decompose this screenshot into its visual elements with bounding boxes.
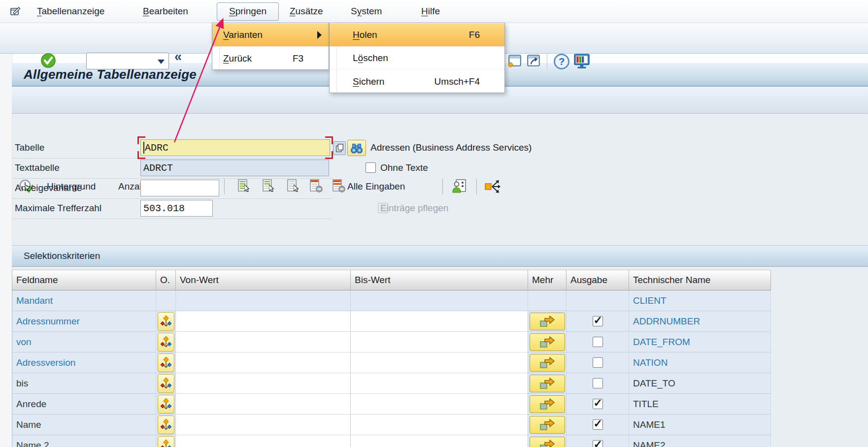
col-header-bis-wert: Bis-Wert: [351, 270, 528, 290]
select-block-button[interactable]: [262, 179, 276, 194]
output-checkbox[interactable]: [593, 316, 603, 326]
selection-group-title: Selektionskriterien: [24, 245, 100, 267]
anzeigevariante-label: Anzeigevariante: [15, 180, 82, 196]
table-header-row: Feldname O. Von-Wert Bis-Wert Mehr Ausga…: [12, 270, 771, 290]
help-icon[interactable]: [554, 54, 569, 69]
field-label: bis: [16, 378, 28, 388]
ohne-texte-checkbox[interactable]: [366, 162, 376, 173]
bis-wert-input[interactable]: [351, 311, 528, 332]
max-trefferzahl-label: Maximale Trefferzahl: [15, 200, 101, 217]
von-wert-input[interactable]: [176, 394, 351, 415]
toolbar-separator: [476, 179, 477, 194]
anzeigevariante-field[interactable]: [140, 180, 219, 196]
field-label: Mandant: [16, 295, 53, 306]
table-row: Name 2 NAME2: [12, 435, 771, 447]
multiple-selection-button[interactable]: [530, 437, 565, 447]
collapse-toolbar-icon[interactable]: «: [174, 49, 182, 64]
output-checkbox[interactable]: [593, 419, 603, 430]
von-wert-input[interactable]: [176, 415, 351, 435]
menu-item-holen[interactable]: Holen F6: [330, 24, 504, 47]
springen-menu: Varianten Zurück F3: [212, 23, 329, 70]
output-checkbox[interactable]: [593, 357, 603, 368]
window-left-edge: [0, 54, 12, 447]
output-checkbox[interactable]: [593, 337, 603, 347]
menu-item-zurueck[interactable]: Zurück F3: [212, 47, 329, 70]
copy-field-button[interactable]: [333, 141, 346, 155]
col-header-ausgabe: Ausgabe: [567, 270, 629, 290]
selection-option-button[interactable]: [158, 395, 174, 414]
submenu-arrow-icon: [317, 31, 322, 39]
max-trefferzahl-field[interactable]: 503.018: [140, 200, 213, 217]
multiple-selection-button[interactable]: [530, 354, 565, 372]
text-cursor: [143, 142, 144, 154]
bis-wert-input[interactable]: [351, 415, 528, 435]
selection-option-button[interactable]: [158, 333, 174, 351]
alle-eingaben-button[interactable]: Alle Eingaben: [347, 173, 405, 200]
selection-option-button[interactable]: [158, 415, 174, 434]
col-header-von-wert: Von-Wert: [176, 270, 351, 290]
bis-wert-input[interactable]: [351, 373, 528, 394]
select-all-button[interactable]: [237, 179, 251, 194]
bis-wert-input[interactable]: [351, 394, 528, 415]
table-row: bis DATE_TO: [12, 373, 771, 394]
col-header-mehr: Mehr: [528, 270, 567, 290]
texttabelle-label: Texttabelle: [15, 160, 60, 176]
table-row: Name NAME1: [12, 415, 771, 435]
screen-menu-icon[interactable]: [10, 6, 21, 19]
von-wert-input[interactable]: [176, 435, 351, 447]
von-wert-input[interactable]: [176, 373, 351, 394]
menu-shortcut: F3: [293, 53, 303, 64]
selection-option-button[interactable]: [158, 353, 174, 372]
technical-name: NATION: [633, 357, 668, 368]
multiple-selection-button[interactable]: [530, 395, 565, 413]
bis-wert-input[interactable]: [351, 435, 528, 447]
output-checkbox[interactable]: [593, 399, 603, 409]
new-session-button[interactable]: [506, 53, 523, 69]
menubar-item-zusaetze[interactable]: Zusätze: [290, 0, 323, 23]
bis-wert-input[interactable]: [351, 352, 528, 373]
multiple-selection-button[interactable]: [530, 333, 565, 351]
multiple-selection-button[interactable]: [530, 416, 565, 434]
selection-option-button[interactable]: [158, 312, 174, 331]
delete-selection-button[interactable]: [309, 179, 323, 194]
enter-button[interactable]: [40, 53, 56, 68]
toolbar-separator: [442, 179, 443, 194]
von-wert-input[interactable]: [176, 352, 351, 373]
export-button[interactable]: [484, 179, 501, 194]
deselect-all-button[interactable]: [287, 179, 300, 194]
command-dropdown-icon[interactable]: [158, 60, 165, 64]
multiple-selection-button[interactable]: [530, 375, 565, 392]
menubar-item-bearbeiten[interactable]: Bearbeiten: [143, 0, 188, 23]
menubar-item-hilfe[interactable]: Hilfe: [421, 0, 440, 23]
tabelle-value: ADRC: [145, 142, 168, 154]
toolbar-separator: [224, 179, 225, 194]
user-parameters-button[interactable]: [452, 179, 467, 194]
menu-item-sichern[interactable]: Sichern Umsch+F4: [330, 70, 504, 93]
command-field[interactable]: [86, 53, 169, 69]
technical-name: NAME2: [633, 440, 665, 447]
menubar-item-system[interactable]: System: [351, 0, 382, 23]
menubar-item-springen[interactable]: Springen: [217, 2, 279, 21]
multiple-selection-button[interactable]: [530, 313, 565, 330]
search-help-button[interactable]: [347, 140, 366, 156]
field-label: Name: [16, 419, 41, 430]
tabelle-field[interactable]: ADRC: [140, 139, 330, 156]
menu-item-loeschen[interactable]: Löschen: [330, 47, 504, 70]
menu-item-varianten[interactable]: Varianten: [212, 24, 329, 47]
selection-option-button[interactable]: [158, 436, 174, 447]
technical-name: DATE_TO: [633, 378, 675, 388]
field-label: von: [16, 337, 32, 347]
delete-all-selections-button[interactable]: [332, 179, 346, 194]
eintraege-pflegen-label: Einträge pflegen: [380, 200, 448, 217]
von-wert-input[interactable]: [176, 311, 351, 332]
selection-group-header: [12, 245, 868, 267]
output-checkbox[interactable]: [593, 440, 603, 447]
selection-option-button[interactable]: [158, 374, 174, 393]
command-input[interactable]: [89, 54, 155, 69]
bis-wert-input[interactable]: [351, 332, 528, 352]
create-shortcut-button[interactable]: [525, 53, 542, 69]
customize-layout-button[interactable]: [573, 53, 590, 69]
menubar-item-tabellenanzeige[interactable]: Tabellenanzeige: [37, 0, 104, 23]
output-checkbox[interactable]: [593, 378, 603, 388]
von-wert-input[interactable]: [176, 332, 351, 352]
